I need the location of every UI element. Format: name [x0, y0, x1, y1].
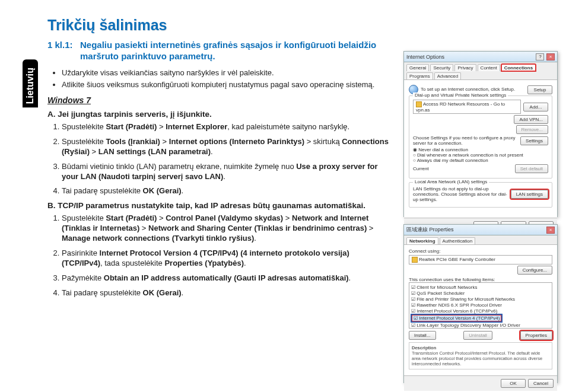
tab-security[interactable]: Security — [430, 64, 453, 71]
dialog-titlebar: 區域連線 Properties × — [404, 225, 557, 235]
window-buttons: ? × — [535, 53, 555, 60]
ok-button[interactable]: OK — [501, 379, 526, 388]
window-buttons: × — [546, 227, 555, 234]
section-a-label: A. Jei įjungtas tarpinis serveris, jį iš… — [47, 110, 392, 119]
lan-group: Local Area Network (LAN) settings LAN Se… — [409, 182, 552, 208]
dialog-titlebar: Internet Options ? × — [404, 52, 557, 62]
main-content: Trikčių šalinimas 1 kl.1: Negaliu pasiek… — [47, 17, 392, 303]
list-item[interactable]: Rawether NDIS 6.X SPR Protocol Driver — [411, 302, 550, 308]
items-label: This connection uses the following items… — [409, 277, 552, 282]
step-item: Tai padarę spustelėkite OK (Gerai). — [62, 186, 392, 196]
question-number: 1 kl.1: — [47, 40, 80, 62]
question-text: Negaliu pasiekti internetinės grafinės s… — [80, 40, 392, 62]
question-row: 1 kl.1: Negaliu pasiekti internetinės gr… — [47, 40, 392, 62]
connection-icon — [416, 101, 422, 107]
remove-button[interactable]: Remove... — [516, 125, 548, 134]
current-label: Current — [413, 166, 429, 171]
step-item: Tai padarę spustelėkite OK (Gerai). — [62, 288, 392, 298]
bullet-item: Uždarykite visas veikiančias saityno nar… — [62, 68, 392, 78]
cancel-button[interactable]: Cancel — [528, 379, 554, 388]
close-icon[interactable]: × — [546, 53, 555, 60]
tab-authentication[interactable]: Authentication — [440, 237, 476, 244]
dialog-body: Connect using: Realtek PCIe GBE Family C… — [404, 245, 557, 375]
list-item-selected[interactable]: Internet Protocol Version 4 (TCP/IPv4) — [411, 314, 550, 322]
tab-connections[interactable]: Connections — [501, 64, 536, 71]
internet-options-dialog: Internet Options ? × General Security Pr… — [403, 51, 558, 217]
list-item[interactable]: File and Printer Sharing for Microsoft N… — [411, 297, 550, 302]
install-button[interactable]: Install... — [409, 331, 436, 340]
description-text: Transmission Control Protocol/Internet P… — [412, 350, 549, 366]
dialog-tabs: General Security Privacy Content Connect… — [404, 62, 557, 80]
help-icon[interactable]: ? — [536, 53, 544, 60]
connection-properties-dialog: 區域連線 Properties × Networking Authenticat… — [403, 224, 558, 383]
tab-networking[interactable]: Networking — [406, 237, 438, 244]
add-vpn-button[interactable]: Add VPN... — [514, 115, 548, 124]
group-title: Local Area Network (LAN) settings — [413, 179, 489, 184]
setup-button[interactable]: Setup — [527, 85, 552, 94]
lan-help-text: LAN Settings do not apply to dial-up con… — [413, 186, 511, 202]
list-item[interactable]: Internet Protocol Version 6 (TCP/IPv6) — [411, 308, 550, 314]
description-box: Description Transmission Control Protoco… — [409, 342, 552, 369]
dialog-footer: OK Cancel — [404, 375, 557, 391]
step-item: Pažymėkite Obtain an IP address automati… — [62, 273, 392, 283]
radio-never-dial[interactable]: Never dial a connection — [413, 147, 548, 152]
radio-always-dial[interactable]: Always dial my default connection — [413, 158, 548, 163]
os-heading: Windows 7 — [47, 95, 392, 105]
set-default-button[interactable]: Set default — [515, 164, 548, 173]
language-side-label: Lietuvių — [23, 59, 38, 107]
bullet-item: Atlikite šiuos veiksmus sukonfigūruoti k… — [62, 80, 392, 90]
dialog-tabs: Networking Authentication — [404, 235, 557, 245]
step-item: Spustelėkite Tools (Įrankiai) > Internet… — [62, 137, 392, 157]
settings-button[interactable]: Settings — [520, 136, 548, 145]
list-item[interactable]: QoS Packet Scheduler — [411, 291, 550, 296]
uninstall-button[interactable]: Uninstall — [463, 331, 492, 340]
configure-button[interactable]: Configure... — [517, 266, 552, 275]
tab-content[interactable]: Content — [478, 64, 500, 71]
dialog-body: To set up an Internet connection, click … — [404, 80, 557, 218]
group-title: Dial-up and Virtual Private Network sett… — [413, 93, 508, 98]
lan-settings-button[interactable]: LAN settings — [511, 190, 548, 199]
page-title: Trikčių šalinimas — [47, 17, 392, 34]
step-item: Spustelėkite Start (Pradėti) > Internet … — [62, 122, 392, 132]
add-button[interactable]: Add... — [523, 103, 548, 111]
radio-dial-when-absent[interactable]: Dial whenever a network connection is no… — [413, 152, 548, 158]
step-item: Pasirinkite Internet Protocol Version 4 … — [62, 248, 392, 269]
section-b-steps: Spustelėkite Start (Pradėti) > Control P… — [47, 213, 392, 298]
section-b-label: B. TCP/IP parametrus nustatykite taip, k… — [47, 201, 392, 210]
dialup-group: Dial-up and Virtual Private Network sett… — [409, 95, 552, 179]
dialog-title: Internet Options — [406, 54, 444, 60]
description-label: Description — [412, 345, 549, 350]
tab-general[interactable]: General — [406, 64, 429, 71]
adapter-icon — [412, 257, 418, 263]
step-item: Būdami vietinio tinklo (LAN) parametrų e… — [62, 162, 392, 182]
intro-bullets: Uždarykite visas veikiančias saityno nar… — [47, 68, 392, 90]
adapter-field: Realtek PCIe GBE Family Controller — [409, 255, 552, 264]
tab-advanced[interactable]: Advanced — [434, 72, 462, 79]
protocol-list[interactable]: Client for Microsoft Networks QoS Packet… — [409, 282, 552, 329]
list-item[interactable]: Client for Microsoft Networks — [411, 285, 550, 290]
section-a-steps: Spustelėkite Start (Pradėti) > Internet … — [47, 122, 392, 196]
list-item[interactable]: Link-Layer Topology Discovery Mapper I/O… — [411, 323, 550, 328]
tab-privacy[interactable]: Privacy — [454, 64, 476, 71]
close-icon[interactable]: × — [546, 227, 555, 234]
connections-listbox[interactable]: Access RD Network Resources - Go to vpn.… — [413, 100, 521, 114]
step-item: Spustelėkite Start (Pradėti) > Control P… — [62, 213, 392, 244]
proxy-help-text: Choose Settings if you need to configure… — [413, 135, 520, 146]
connect-using-label: Connect using: — [409, 248, 552, 254]
dialog-title: 區域連線 Properties — [406, 226, 454, 234]
tab-programs[interactable]: Programs — [406, 72, 433, 79]
properties-button[interactable]: Properties — [520, 331, 552, 340]
